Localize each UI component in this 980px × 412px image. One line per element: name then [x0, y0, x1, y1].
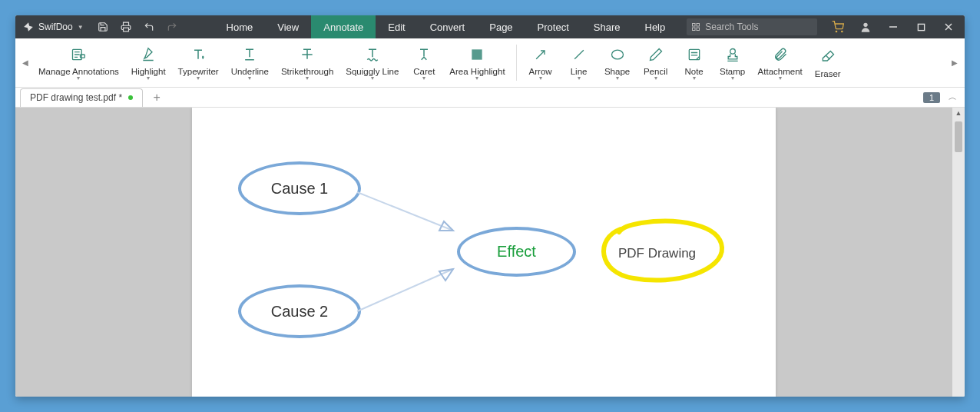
stamp-icon: [725, 47, 740, 62]
tool-manage-annotations[interactable]: Manage Annotations ▾: [32, 38, 125, 87]
close-icon: [944, 22, 953, 32]
user-icon: [859, 21, 872, 33]
svg-line-42: [357, 192, 453, 231]
tool-underline[interactable]: Underline ▾: [225, 38, 275, 87]
chevron-down-icon: ▾: [539, 76, 542, 81]
tool-highlight[interactable]: Highlight ▾: [125, 38, 172, 87]
search-tools-input[interactable]: Search Tools: [687, 18, 817, 35]
tool-typewriter[interactable]: Typewriter ▾: [172, 38, 225, 87]
svg-rect-16: [81, 55, 85, 58]
menu-help[interactable]: Help: [633, 15, 678, 38]
document-tab-filename: PDF drawing test.pdf *: [30, 92, 122, 103]
chevron-down-icon: ▾: [306, 76, 309, 81]
svg-rect-0: [123, 28, 128, 32]
ribbon-scroll-right[interactable]: ▶: [948, 38, 962, 87]
menu-share[interactable]: Share: [581, 15, 633, 38]
app-brand[interactable]: SwifDoo ▼: [15, 22, 91, 32]
chevron-down-icon: ▾: [147, 76, 150, 81]
vertical-scrollbar[interactable]: ▲: [952, 108, 965, 397]
menu-annotate[interactable]: Annotate: [311, 15, 376, 38]
shape-cause1-text: Cause 1: [271, 180, 329, 198]
redo-button[interactable]: [161, 15, 184, 38]
save-button[interactable]: [91, 15, 114, 38]
arrow-cause2-to-effect[interactable]: [353, 258, 476, 319]
app-name-text: SwifDoo: [38, 22, 73, 32]
svg-point-7: [863, 23, 867, 27]
menu-view[interactable]: View: [265, 15, 311, 38]
ribbon-scroll-left[interactable]: ◀: [18, 38, 32, 87]
chevron-down-icon: ▾: [371, 76, 374, 81]
underline-icon: [242, 47, 257, 62]
tool-strikethrough[interactable]: Strikethrough ▾: [275, 38, 339, 87]
svg-point-6: [842, 31, 843, 32]
undo-icon: [144, 22, 154, 32]
strikethrough-icon: [300, 47, 315, 62]
tool-squiggly-line[interactable]: Squiggly Line ▾: [339, 38, 405, 87]
svg-line-41: [826, 55, 829, 59]
menu-edit[interactable]: Edit: [376, 15, 417, 38]
document-tabstrip: PDF drawing test.pdf * + 1 ︿: [15, 88, 965, 108]
svg-marker-45: [439, 269, 453, 281]
svg-line-44: [357, 269, 453, 311]
caret-icon: [416, 47, 432, 62]
menu-protect[interactable]: Protect: [525, 15, 581, 38]
tool-note[interactable]: Note ▾: [675, 38, 713, 87]
svg-rect-32: [472, 49, 482, 59]
menu-page[interactable]: Page: [477, 15, 525, 38]
arrow-icon: [533, 47, 548, 62]
shape-icon: [610, 47, 625, 62]
print-button[interactable]: [114, 15, 137, 38]
scroll-thumb[interactable]: [955, 121, 962, 152]
cart-button[interactable]: [825, 15, 851, 38]
chevron-down-icon: ▾: [731, 76, 734, 81]
svg-point-35: [611, 50, 623, 59]
undo-button[interactable]: [137, 15, 161, 38]
tool-eraser[interactable]: Eraser: [809, 38, 847, 87]
tool-area-highlight[interactable]: Area Highlight ▾: [443, 38, 511, 87]
add-tab-button[interactable]: +: [147, 88, 166, 107]
tool-pencil[interactable]: Pencil ▾: [637, 38, 675, 87]
eraser-icon: [820, 49, 836, 65]
page-number-indicator[interactable]: 1: [923, 92, 940, 103]
tool-caret[interactable]: Caret ▾: [405, 38, 443, 87]
minimize-button[interactable]: [880, 15, 906, 38]
pdf-page[interactable]: Cause 1 Cause 2 Effect: [192, 108, 776, 397]
highlight-icon: [141, 47, 156, 62]
shape-cause2-ellipse[interactable]: Cause 2: [238, 284, 361, 338]
tool-stamp[interactable]: Stamp ▾: [713, 38, 752, 87]
svg-marker-43: [439, 221, 453, 231]
tool-line[interactable]: Line ▾: [560, 38, 598, 87]
maximize-button[interactable]: [908, 15, 934, 38]
area-highlight-icon: [469, 47, 485, 62]
ribbon-separator: [516, 45, 517, 81]
close-button[interactable]: [935, 15, 962, 38]
scroll-up-icon: ▲: [955, 108, 962, 118]
note-icon: [687, 47, 702, 62]
menu-home[interactable]: Home: [214, 15, 266, 38]
chevron-down-icon: ▾: [578, 76, 581, 81]
shape-cause2-text: Cause 2: [271, 303, 329, 321]
unsaved-indicator-icon: [128, 95, 133, 100]
tool-arrow[interactable]: Arrow ▾: [521, 38, 560, 87]
chevron-down-icon: ▾: [779, 76, 782, 81]
svg-rect-4: [697, 28, 700, 31]
svg-rect-3: [693, 28, 696, 31]
print-icon: [121, 22, 131, 32]
collapse-ribbon-button[interactable]: ︿: [945, 90, 960, 105]
pencil-icon: [648, 47, 664, 62]
arrow-cause1-to-effect[interactable]: [353, 184, 476, 246]
svg-rect-1: [693, 24, 696, 27]
tool-attachment[interactable]: Attachment ▾: [752, 38, 809, 87]
shape-cause1-ellipse[interactable]: Cause 1: [238, 161, 361, 215]
tool-shape[interactable]: Shape ▾: [598, 38, 637, 87]
account-button[interactable]: [853, 15, 879, 38]
main-menu: Home View Annotate Edit Convert Page Pro…: [214, 15, 678, 38]
maximize-icon: [917, 23, 925, 32]
search-grid-icon: [691, 22, 700, 32]
document-tab[interactable]: PDF drawing test.pdf *: [20, 88, 143, 107]
app-window: SwifDoo ▼ Home View Annotate Edit Conver…: [15, 15, 965, 397]
menu-convert[interactable]: Convert: [418, 15, 478, 38]
titlebar: SwifDoo ▼ Home View Annotate Edit Conver…: [15, 15, 965, 38]
text-pdf-drawing[interactable]: PDF Drawing: [618, 246, 696, 261]
chevron-down-icon: ▾: [616, 76, 619, 81]
